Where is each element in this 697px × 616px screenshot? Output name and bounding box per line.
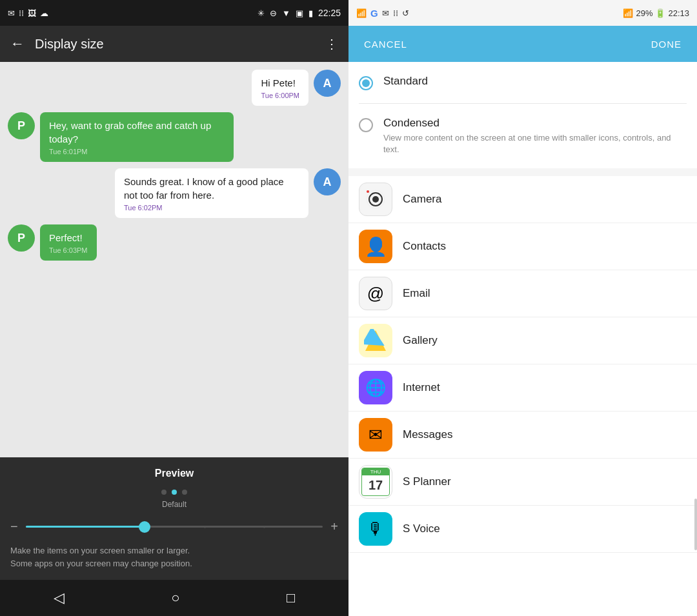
svoice-app-label: S Voice bbox=[403, 522, 440, 535]
app-row-contacts[interactable]: 👤 Contacts bbox=[348, 223, 697, 270]
signal-icon: ▣ bbox=[296, 8, 303, 18]
signal-icon: 📶 bbox=[623, 8, 633, 18]
chat-bubble: Perfect! Tue 6:03PM bbox=[40, 224, 97, 261]
option-condensed-label: Condensed bbox=[383, 117, 687, 130]
gmail-icon: ✉ bbox=[382, 8, 389, 18]
chat-bubble: Hi Pete! Tue 6:00PM bbox=[252, 70, 308, 106]
top-bar: ← Display size ⋮ bbox=[0, 26, 348, 62]
app-row-email[interactable]: @ Email bbox=[348, 270, 697, 317]
messages-app-icon: ✉ bbox=[359, 418, 392, 452]
message-row: Sounds great. I know of a good place not… bbox=[8, 168, 341, 218]
bubble-time: Tue 6:03PM bbox=[49, 246, 88, 254]
email-app-label: Email bbox=[403, 287, 430, 300]
status-icons-left: ✉ ⁞⁞ 🖼 ☁ bbox=[8, 8, 48, 18]
header-bar: CANCEL DONE bbox=[348, 26, 697, 62]
slider-container: − + bbox=[10, 519, 338, 534]
right-panel: 📶 G ✉ ⁞⁞ ↺ 📶 29% 🔋 22:13 CANCEL DONE Sta… bbox=[348, 0, 697, 616]
bubble-text: Perfect! bbox=[49, 231, 88, 244]
slider-fill bbox=[26, 526, 145, 528]
cancel-button[interactable]: CANCEL bbox=[364, 39, 407, 50]
email-app-icon: @ bbox=[359, 277, 392, 310]
app-row-camera[interactable]: Camera bbox=[348, 176, 697, 223]
splanner-app-icon: THU 17 bbox=[359, 465, 392, 499]
app-row-messages[interactable]: ✉ Messages bbox=[348, 412, 697, 459]
wifi-icon: 📶 bbox=[356, 8, 367, 18]
message-row: Hi Pete! Tue 6:00PM A bbox=[8, 70, 341, 106]
back-nav-button[interactable]: ◁ bbox=[54, 590, 65, 606]
description-text: Make the items on your screen smaller or… bbox=[10, 544, 338, 570]
page-title: Display size bbox=[35, 37, 315, 52]
dot-indicator-active bbox=[172, 490, 177, 495]
dots-indicator bbox=[10, 490, 338, 495]
cloud-icon: ☁ bbox=[40, 8, 48, 18]
bubble-text: Hi Pete! bbox=[261, 76, 299, 90]
option-condensed[interactable]: Condensed View more content on the scree… bbox=[359, 104, 687, 168]
dot-indicator bbox=[182, 490, 187, 495]
app-row-internet[interactable]: 🌐 Internet bbox=[348, 364, 697, 412]
bubble-time: Tue 6:01PM bbox=[49, 148, 225, 155]
dot-indicator bbox=[161, 490, 167, 495]
preview-title: Preview bbox=[10, 468, 338, 479]
avatar: A bbox=[314, 168, 341, 195]
radio-standard[interactable] bbox=[359, 76, 373, 90]
more-options-button[interactable]: ⋮ bbox=[325, 36, 338, 52]
recents-nav-button[interactable]: □ bbox=[287, 590, 295, 606]
dots-icon: ⁞⁞ bbox=[393, 8, 398, 18]
bubble-time: Tue 6:00PM bbox=[261, 92, 299, 99]
email-icon: ✉ bbox=[8, 8, 15, 18]
contacts-app-icon: 👤 bbox=[359, 230, 392, 263]
chat-bubble: Sounds great. I know of a good place not… bbox=[115, 168, 308, 218]
minus-icon: ⊖ bbox=[270, 8, 277, 18]
slider-increase[interactable]: + bbox=[330, 519, 338, 534]
camera-app-label: Camera bbox=[403, 193, 441, 206]
slider-thumb[interactable] bbox=[139, 521, 150, 533]
options-section: Standard Condensed View more content on … bbox=[348, 62, 697, 168]
camera-app-icon bbox=[359, 183, 392, 216]
app-row-svoice[interactable]: 🎙 S Voice bbox=[348, 506, 697, 553]
bubble-text: Hey, want to grab coffee and catch up to… bbox=[49, 119, 225, 146]
google-icon: G bbox=[370, 8, 378, 19]
avatar: P bbox=[8, 112, 35, 139]
app-row-gallery[interactable]: Gallery bbox=[348, 317, 697, 364]
app-row-splanner[interactable]: THU 17 S Planner bbox=[348, 459, 697, 506]
bubble-time: Tue 6:02PM bbox=[124, 204, 299, 212]
done-button[interactable]: DONE bbox=[651, 39, 682, 50]
option-standard[interactable]: Standard bbox=[359, 62, 687, 104]
nav-bar: ◁ ○ □ bbox=[0, 580, 348, 616]
preview-section: Preview Default − + Make the items on yo… bbox=[0, 457, 348, 580]
scrollbar[interactable] bbox=[694, 499, 697, 550]
time-right: 22:13 bbox=[668, 8, 689, 18]
radio-condensed[interactable] bbox=[359, 118, 373, 132]
dots-icon: ⁞⁞ bbox=[19, 8, 24, 18]
splanner-app-label: S Planner bbox=[403, 475, 451, 488]
default-label: Default bbox=[10, 500, 338, 509]
wifi-icon: ▼ bbox=[282, 8, 290, 18]
display-size-slider[interactable] bbox=[26, 526, 323, 528]
bluetooth-icon: ✳ bbox=[258, 8, 265, 18]
message-row: P Hey, want to grab coffee and catch up … bbox=[8, 112, 341, 162]
bubble-text: Sounds great. I know of a good place not… bbox=[124, 175, 299, 202]
svg-point-2 bbox=[367, 190, 369, 193]
gallery-app-label: Gallery bbox=[403, 334, 438, 347]
chat-bubble: Hey, want to grab coffee and catch up to… bbox=[40, 112, 234, 162]
back-button[interactable]: ← bbox=[10, 35, 25, 52]
svg-point-1 bbox=[372, 196, 379, 203]
slider-decrease[interactable]: − bbox=[10, 519, 18, 534]
battery-icon: 🔋 bbox=[655, 8, 665, 18]
apps-section: Camera 👤 Contacts @ Email Gallery bbox=[348, 176, 697, 616]
contacts-app-label: Contacts bbox=[403, 240, 446, 253]
image-icon: 🖼 bbox=[28, 8, 36, 18]
status-bar-right: 📶 G ✉ ⁞⁞ ↺ 📶 29% 🔋 22:13 bbox=[348, 0, 697, 26]
status-bar-left: ✉ ⁞⁞ 🖼 ☁ ✳ ⊖ ▼ ▣ ▮ 22:25 bbox=[0, 0, 348, 26]
time-left: 22:25 bbox=[318, 8, 341, 18]
option-standard-label: Standard bbox=[383, 75, 687, 88]
left-panel: ✉ ⁞⁞ 🖼 ☁ ✳ ⊖ ▼ ▣ ▮ 22:25 ← Display size … bbox=[0, 0, 348, 616]
slider-tick bbox=[204, 526, 206, 528]
home-nav-button[interactable]: ○ bbox=[171, 590, 179, 606]
radio-inner bbox=[362, 79, 370, 87]
battery-icon: ▮ bbox=[308, 8, 313, 18]
status-icons-right: 📶 G ✉ ⁞⁞ ↺ bbox=[356, 8, 409, 19]
slider-tick bbox=[263, 526, 265, 528]
chat-area: Hi Pete! Tue 6:00PM A P Hey, want to gra… bbox=[0, 62, 348, 457]
battery-label: 29% bbox=[636, 8, 652, 18]
